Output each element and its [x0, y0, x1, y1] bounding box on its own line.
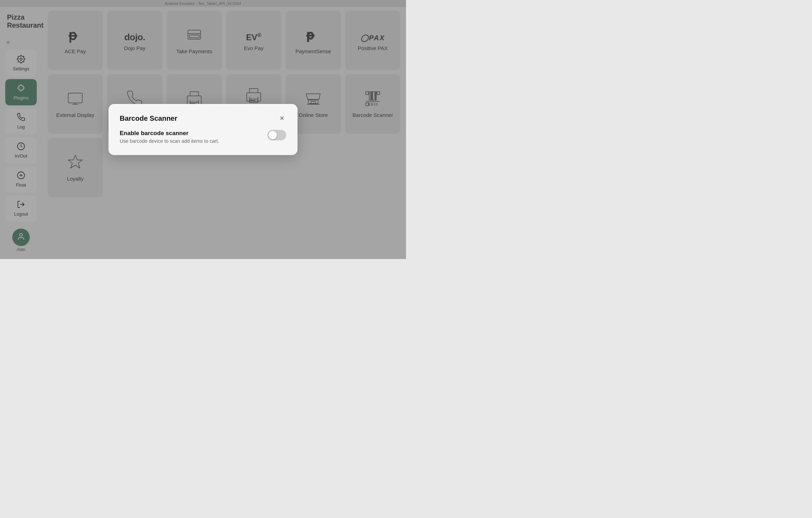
- modal-overlay: Barcode Scanner × Enable barcode scanner…: [0, 0, 406, 259]
- modal-text-group: Enable barcode scanner Use barcode devic…: [120, 130, 262, 144]
- modal-header: Barcode Scanner ×: [120, 114, 286, 123]
- barcode-scanner-modal: Barcode Scanner × Enable barcode scanner…: [108, 104, 298, 155]
- modal-setting-desc: Use barcode device to scan add items to …: [120, 138, 262, 144]
- modal-close-button[interactable]: ×: [278, 114, 286, 123]
- toggle-thumb: [268, 131, 277, 139]
- enable-barcode-toggle[interactable]: [267, 130, 286, 140]
- modal-title: Barcode Scanner: [120, 114, 177, 122]
- modal-body: Enable barcode scanner Use barcode devic…: [120, 130, 286, 144]
- modal-setting-label: Enable barcode scanner: [120, 130, 262, 137]
- toggle-track: [267, 130, 286, 140]
